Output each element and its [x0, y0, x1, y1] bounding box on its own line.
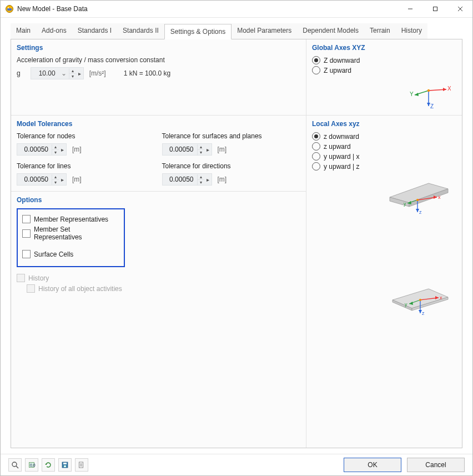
surfaces-value-input[interactable]: 0.00050 ▴▾ ▸: [162, 143, 212, 156]
ok-button[interactable]: OK: [344, 458, 401, 472]
g-value-input[interactable]: 10.00 ⌄ ▴ ▾ ▸: [31, 67, 84, 79]
radio-icon[interactable]: [312, 152, 320, 161]
nodes-value: 0.00050: [17, 146, 52, 153]
lines-unit: [m]: [72, 176, 82, 183]
search-icon[interactable]: [8, 458, 22, 472]
play-icon[interactable]: ▸: [76, 71, 83, 77]
reset-icon[interactable]: [42, 458, 55, 472]
play-icon[interactable]: ▸: [59, 147, 66, 153]
tab-terrain[interactable]: Terrain: [364, 23, 396, 39]
maximize-button[interactable]: [422, 1, 447, 17]
radio-icon[interactable]: [312, 162, 320, 171]
footer-toolbar: 0,00: [8, 458, 88, 472]
g-unit: [m/s²]: [89, 69, 106, 77]
radio-local-y-up-z[interactable]: y upward | z: [312, 162, 456, 171]
dialog-window: New Model - Base Data Main Add-ons Stand…: [0, 0, 473, 476]
check-member-set-reps[interactable]: Member Set Representatives: [22, 226, 119, 241]
tab-model-parameters[interactable]: Model Parameters: [232, 23, 297, 39]
spin-up-icon[interactable]: ▴: [69, 68, 76, 74]
radio-z-downward[interactable]: Z downward: [312, 56, 456, 64]
units-icon[interactable]: 0,00: [25, 458, 38, 472]
local-z-down-label: z downward: [324, 133, 359, 141]
svg-point-42: [419, 299, 421, 301]
checkbox-icon[interactable]: [22, 250, 31, 258]
surfaces-value: 0.00050: [163, 146, 197, 153]
tab-standards-i[interactable]: Standards I: [72, 23, 117, 39]
close-button[interactable]: [447, 1, 472, 17]
svg-rect-4: [433, 7, 437, 11]
lines-label: Tolerance for lines: [17, 162, 155, 170]
conversion-text: 1 kN = 100.0 kg: [124, 69, 170, 77]
svg-text:y: y: [404, 201, 406, 207]
radio-icon[interactable]: [312, 66, 320, 74]
tol-surfaces: Tolerance for surfaces and planes 0.0005…: [162, 132, 301, 156]
radio-local-z-down[interactable]: z downward: [312, 132, 456, 141]
checkbox-icon[interactable]: [22, 229, 31, 238]
right-column: Global Axes XYZ Z downward Z upward X: [306, 39, 462, 448]
options-panel: Options Member Representatives Member Se…: [11, 192, 306, 448]
settings-content: Acceleration of gravity / mass conversio…: [17, 56, 300, 79]
save-icon[interactable]: [58, 458, 72, 472]
local-z-up-label: z upward: [324, 143, 351, 151]
directions-spinner[interactable]: ▴▾: [197, 174, 204, 185]
surfaces-unit: [m]: [218, 146, 227, 153]
radio-icon[interactable]: [312, 142, 320, 151]
svg-text:x: x: [438, 194, 441, 200]
spin-down-icon[interactable]: ▾: [69, 74, 76, 79]
check-history-all: History of all object activities: [27, 284, 300, 293]
checkbox-icon: [17, 274, 25, 282]
surface-cells-label: Surface Cells: [34, 250, 73, 258]
radio-local-y-up-x[interactable]: y upward | x: [312, 152, 456, 161]
tab-dependent-models[interactable]: Dependent Models: [297, 23, 364, 39]
svg-rect-1: [7, 8, 12, 11]
tol-nodes: Tolerance for nodes 0.00050 ▴▾ ▸ [m]: [17, 132, 155, 156]
radio-icon[interactable]: [312, 56, 320, 64]
directions-value-input[interactable]: 0.00050 ▴▾ ▸: [162, 173, 212, 186]
checkbox-icon: [27, 284, 35, 293]
tab-addons[interactable]: Add-ons: [36, 23, 72, 39]
tab-history[interactable]: History: [396, 23, 427, 39]
left-column: Settings Acceleration of gravity / mass …: [11, 39, 306, 448]
lines-spinner[interactable]: ▴▾: [52, 174, 59, 185]
radio-local-z-up[interactable]: z upward: [312, 142, 456, 151]
lines-value-input[interactable]: 0.00050 ▴▾ ▸: [17, 173, 67, 186]
play-icon[interactable]: ▸: [204, 177, 212, 183]
checkbox-icon[interactable]: [22, 215, 31, 223]
svg-point-43: [12, 462, 17, 467]
g-spinner[interactable]: ▴ ▾: [69, 68, 76, 79]
cancel-button[interactable]: Cancel: [407, 458, 465, 472]
play-icon[interactable]: ▸: [59, 177, 66, 183]
minimize-button[interactable]: [397, 1, 422, 17]
radio-z-upward[interactable]: Z upward: [312, 66, 456, 74]
svg-text:Y: Y: [410, 91, 414, 97]
play-icon[interactable]: ▸: [204, 147, 212, 153]
check-member-reps[interactable]: Member Representatives: [22, 215, 119, 223]
svg-rect-49: [63, 463, 67, 464]
svg-text:y: y: [405, 302, 407, 307]
report-icon[interactable]: [75, 458, 88, 472]
surfaces-spinner[interactable]: ▴▾: [197, 144, 204, 155]
surfaces-label: Tolerance for surfaces and planes: [162, 132, 301, 140]
svg-text:x: x: [440, 295, 442, 300]
svg-marker-8: [443, 88, 446, 91]
g-label: g: [17, 69, 21, 77]
radio-icon[interactable]: [312, 132, 320, 141]
tab-settings-options[interactable]: Settings & Options: [164, 24, 232, 39]
dropdown-icon[interactable]: ⌄: [59, 69, 69, 77]
tab-main[interactable]: Main: [11, 23, 36, 39]
z-up-label: Z upward: [324, 67, 351, 74]
app-icon: [5, 4, 14, 13]
nodes-value-input[interactable]: 0.00050 ▴▾ ▸: [17, 143, 67, 156]
dialog-footer: 0,00 OK Cancel: [1, 454, 472, 475]
svg-line-44: [16, 466, 18, 468]
nodes-spinner[interactable]: ▴▾: [52, 144, 59, 155]
check-surface-cells[interactable]: Surface Cells: [22, 250, 119, 258]
tolerances-grid: Tolerance for nodes 0.00050 ▴▾ ▸ [m] Tol…: [17, 132, 300, 186]
directions-unit: [m]: [218, 176, 227, 183]
plane-diagram: x y z: [312, 217, 456, 322]
global-axes-panel: Global Axes XYZ Z downward Z upward X: [306, 39, 462, 116]
options-title: Options: [17, 196, 300, 204]
nodes-unit: [m]: [72, 146, 82, 153]
member-reps-label: Member Representatives: [34, 216, 108, 223]
tab-standards-ii[interactable]: Standards II: [117, 23, 164, 39]
